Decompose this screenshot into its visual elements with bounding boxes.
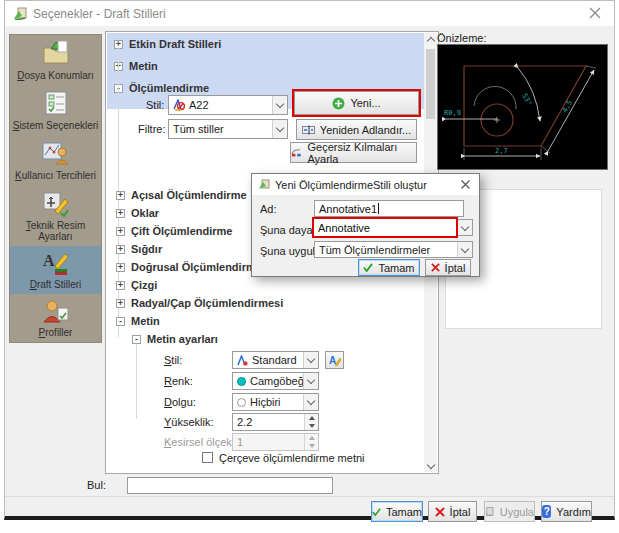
- rename-button[interactable]: Yeniden Adlandır...: [296, 119, 417, 140]
- tree-item-label: Ölçümlendirme: [129, 82, 209, 94]
- app-icon: [13, 7, 27, 21]
- modal-name-value: Annotative1: [319, 203, 377, 215]
- sidebar-item-sistem-secenekleri[interactable]: Sistem Seçenekleri: [10, 85, 101, 135]
- modal-based-on-combo[interactable]: Annotative: [314, 219, 456, 236]
- sidebar-item-draft-stilleri[interactable]: A Draft Stilleri: [10, 246, 101, 294]
- expand-icon[interactable]: +: [116, 263, 125, 272]
- text-fill-combo[interactable]: Hiçbiri: [232, 393, 319, 411]
- profiles-icon: [41, 298, 71, 324]
- scroll-up-icon[interactable]: [424, 33, 437, 46]
- text-caret: [378, 203, 379, 214]
- expand-icon[interactable]: +: [116, 245, 125, 254]
- modal-app-icon: [258, 179, 270, 191]
- sidebar-item-label: Profiller: [39, 327, 73, 338]
- collapse-icon[interactable]: -: [132, 335, 141, 344]
- new-style-button[interactable]: Yeni...: [294, 91, 419, 115]
- scroll-down-icon[interactable]: [424, 459, 437, 472]
- footer-separator: [5, 496, 614, 497]
- modal-based-on-dropdown[interactable]: [458, 219, 473, 236]
- set-overrides-button[interactable]: Geçersiz Kılmaları Ayarla: [290, 142, 417, 163]
- svg-text:A: A: [43, 252, 55, 269]
- sidebar-item-dosya-konumlari[interactable]: Dosya Konumları: [10, 35, 101, 85]
- tree-item-label: Metin: [129, 60, 158, 72]
- collapse-icon[interactable]: -: [116, 317, 125, 326]
- angle-dimension-text: 53°: [520, 92, 533, 107]
- dropdown-arrow[interactable]: [303, 352, 318, 368]
- window-title: Seçenekler - Draft Stilleri: [33, 7, 166, 21]
- set-overrides-button-label: Geçersiz Kılmaları Ayarla: [307, 141, 416, 165]
- text-height-value: 2.2: [237, 416, 252, 428]
- find-input[interactable]: [127, 477, 333, 494]
- help-button[interactable]: ? Yardım: [541, 501, 592, 522]
- sidebar-item-kullanici-tercihleri[interactable]: Kullanıcı Tercihleri: [10, 135, 101, 185]
- modal-apply-to-value: Tüm Ölçümlendirmeler: [319, 244, 430, 256]
- dropdown-arrow[interactable]: [458, 220, 472, 235]
- new-dimension-style-modal: Yeni ÖlçümlendirmeStili oluştur Ad: Anno…: [251, 173, 480, 277]
- tree-item-dogrusal[interactable]: + Doğrusal Ölçümlendirme: [116, 261, 262, 273]
- scrollbar-thumb[interactable]: [426, 49, 435, 119]
- text-style-combo[interactable]: Standard: [232, 351, 319, 369]
- dropdown-arrow[interactable]: [272, 120, 287, 138]
- dropdown-arrow[interactable]: [457, 242, 472, 257]
- expand-icon[interactable]: +: [116, 191, 125, 200]
- tree-item-olcumlendirme[interactable]: - Ölçümlendirme: [114, 82, 209, 94]
- settings-list-icon: [42, 89, 70, 117]
- fill-none-swatch: [237, 398, 246, 407]
- tree-item-cizgi[interactable]: + Çizgi: [116, 279, 157, 291]
- text-color-combo-value: Camgöbeği: [250, 375, 306, 387]
- title-bar: Seçenekler - Draft Stilleri: [5, 1, 614, 26]
- tree-item-etkin-draft-stilleri[interactable]: + Etkin Draft Stilleri: [114, 38, 221, 50]
- text-color-combo[interactable]: Camgöbeği: [232, 372, 319, 390]
- modal-name-input[interactable]: Annotative1: [314, 200, 464, 217]
- ok-button[interactable]: Tamam: [371, 501, 423, 522]
- expand-icon[interactable]: +: [116, 209, 125, 218]
- text-height-spinner[interactable]: 2.2: [232, 413, 319, 431]
- close-icon[interactable]: [588, 6, 602, 20]
- sidebar-item-profiller[interactable]: Profiller: [10, 294, 101, 342]
- new-style-button-label: Yeni...: [350, 97, 380, 109]
- expand-icon[interactable]: +: [116, 227, 125, 236]
- modal-apply-to-combo[interactable]: Tüm Ölçümlendirmeler: [314, 241, 473, 258]
- expand-icon[interactable]: +: [116, 299, 125, 308]
- style-combo[interactable]: A22: [168, 95, 288, 115]
- filter-combo[interactable]: Tüm stiller: [168, 119, 288, 139]
- edit-text-style-button[interactable]: A: [325, 351, 344, 369]
- color-swatch-cyan: [237, 377, 246, 386]
- tree-item-metin-top[interactable]: + Metin: [114, 60, 158, 72]
- dropdown-arrow[interactable]: [272, 96, 287, 114]
- length-dimension-text: 4,5: [561, 99, 574, 114]
- apply-button-label: Uygula: [500, 506, 534, 518]
- tree-item-radyal[interactable]: + Radyal/Çap Ölçümlendirmesi: [116, 297, 283, 309]
- expand-icon[interactable]: +: [116, 281, 125, 290]
- text-style-combo-value: Standard: [252, 354, 297, 366]
- cancel-button[interactable]: İptal: [428, 501, 477, 522]
- tree-item-acisal[interactable]: + Açısal Ölçümlendirme: [116, 189, 247, 201]
- sidebar-item-label: Sistem Seçenekleri: [13, 120, 99, 131]
- fractional-scale-value: 1: [237, 436, 243, 448]
- tree-item-label: Sığdır: [131, 243, 162, 255]
- tree-item-oklar[interactable]: + Oklar: [116, 207, 159, 219]
- modal-title: Yeni ÖlçümlendirmeStili oluştur: [275, 179, 427, 191]
- check-icon: [372, 507, 381, 517]
- modal-close-icon[interactable]: [460, 179, 471, 190]
- dropdown-arrow[interactable]: [303, 373, 318, 389]
- tree-item-metin[interactable]: - Metin: [116, 315, 160, 327]
- x-icon: [435, 507, 445, 517]
- modal-cancel-button[interactable]: İptal: [425, 259, 471, 276]
- tree-item-cift[interactable]: + Çift Ölçümlendirme: [116, 225, 232, 237]
- x-icon: [431, 263, 440, 272]
- frame-dimension-text-label: Çerçeve ölçümlendirme metni: [219, 452, 365, 464]
- tree-item-sigdir[interactable]: + Sığdır: [116, 243, 162, 255]
- tree-item-label: Etkin Draft Stilleri: [129, 38, 221, 50]
- dropdown-arrow[interactable]: [303, 394, 318, 410]
- tree-item-metin-ayarlari[interactable]: - Metin ayarları: [132, 333, 218, 345]
- frame-dimension-text-checkbox[interactable]: [202, 452, 213, 463]
- modal-ok-button[interactable]: Tamam: [358, 259, 420, 276]
- sidebar-item-teknik-resim-ayarlari[interactable]: Teknik Resim Ayarları: [10, 185, 101, 246]
- sidebar-item-label: Teknik Resim Ayarları: [12, 220, 99, 242]
- radius-dimension-text: R0,9: [444, 109, 461, 117]
- options-dialog: Seçenekler - Draft Stilleri Dosya Konuml…: [4, 0, 615, 520]
- sidebar-item-label: Kullanıcı Tercihleri: [15, 170, 96, 181]
- spinner-buttons[interactable]: [304, 414, 318, 430]
- text-fill-combo-value: Hiçbiri: [250, 396, 281, 408]
